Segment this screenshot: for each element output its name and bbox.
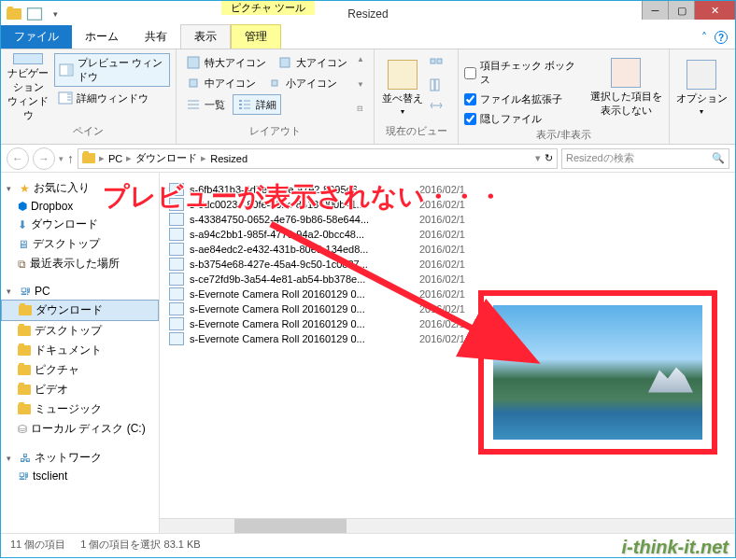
file-date: 2016/02/1 [419, 333, 465, 344]
tab-manage[interactable]: 管理 [231, 24, 281, 49]
svg-rect-23 [435, 79, 439, 91]
image-file-icon [169, 258, 184, 271]
hide-selected-icon [611, 58, 641, 88]
tree-favorites[interactable]: ▾★お気に入り [1, 178, 159, 198]
tab-home[interactable]: ホーム [72, 25, 132, 49]
layout-scroll-up[interactable]: ▲ [357, 55, 368, 63]
group-by-icon[interactable] [429, 57, 444, 72]
preview-pane-button[interactable]: プレビュー ウィンドウ [54, 53, 170, 87]
image-file-icon [169, 273, 184, 286]
file-name: s-43384750-0652-4e76-9b86-58e644... [190, 214, 414, 225]
svg-rect-16 [239, 104, 242, 105]
file-date: 2016/02/1 [419, 259, 465, 270]
tree-tsclient[interactable]: 🖳tsclient [1, 468, 159, 484]
tab-file[interactable]: ファイル [1, 25, 72, 49]
tree-pc-downloads[interactable]: ダウンロード [1, 300, 159, 321]
tab-view[interactable]: 表示 [180, 24, 231, 49]
tree-recent[interactable]: ⧉最近表示した場所 [1, 254, 159, 273]
search-icon: 🔍 [712, 152, 725, 164]
tree-desktop[interactable]: 🖥デスクトップ [1, 234, 159, 254]
hidden-files-toggle[interactable]: 隠しファイル [464, 110, 585, 128]
navigation-pane-button[interactable]: ナビゲーション ウィンドウ [7, 53, 50, 122]
back-button[interactable]: ← [7, 147, 29, 170]
breadcrumb-pc[interactable]: PC [108, 153, 122, 164]
up-button[interactable]: ↑ [67, 151, 74, 166]
titlebar: ▾ ピクチャ ツール Resized ─ ▢ ✕ [1, 1, 735, 27]
small-icon [267, 76, 282, 91]
item-checkbox-toggle[interactable]: 項目チェック ボックス [464, 57, 585, 89]
size-columns-icon[interactable] [429, 98, 444, 113]
add-columns-icon[interactable] [429, 77, 444, 92]
svg-rect-9 [190, 79, 197, 87]
breadcrumb[interactable]: ▸ PC ▸ ダウンロード ▸ Resized ▾ ↻ [78, 148, 558, 169]
forward-button[interactable]: → [33, 147, 55, 170]
desktop-icon [18, 326, 31, 336]
tree-documents[interactable]: ドキュメント [1, 341, 159, 360]
tree-downloads[interactable]: ⬇ダウンロード [1, 215, 159, 234]
qat-icon[interactable] [25, 5, 44, 23]
tree-videos[interactable]: ビデオ [1, 380, 159, 399]
close-button[interactable]: ✕ [694, 1, 735, 20]
file-row[interactable]: s-9dc00234-80fe-40bc-8513-000b41...2016/… [169, 197, 735, 212]
file-row[interactable]: s-6fb431b3-4d7e-4d8e-a7e2-8995d6...2016/… [169, 182, 735, 197]
details-pane-icon [58, 91, 73, 105]
minimize-button[interactable]: ─ [642, 1, 668, 20]
breadcrumb-dropdown[interactable]: ▾ [535, 152, 541, 164]
options-button[interactable]: オプション ▾ [675, 53, 728, 122]
file-list[interactable]: s-6fb431b3-4d7e-4d8e-a7e2-8995d6...2016/… [160, 173, 735, 533]
tree-network[interactable]: ▾🖧ネットワーク [1, 448, 159, 468]
tree-dropbox[interactable]: ⬢Dropbox [1, 198, 159, 215]
layout-medium[interactable]: 中アイコン [182, 74, 260, 92]
tree-pc-desktop[interactable]: デスクトップ [1, 321, 159, 341]
layout-details[interactable]: 詳細 [233, 94, 281, 115]
ribbon-collapse-icon[interactable]: ˄ [701, 31, 707, 44]
tree-music[interactable]: ミュージック [1, 399, 159, 419]
details-pane-button[interactable]: 詳細ウィンドウ [54, 89, 170, 107]
image-file-icon [169, 183, 184, 196]
refresh-button[interactable]: ↻ [545, 152, 553, 164]
maximize-button[interactable]: ▢ [668, 1, 694, 20]
layout-group-label: レイアウト [182, 124, 368, 140]
status-selection: 1 個の項目を選択 83.1 KB [80, 538, 200, 552]
network-icon: 🖧 [20, 452, 31, 465]
file-name: s-a94c2bb1-985f-4776-94a2-0bcc48... [190, 229, 414, 240]
breadcrumb-resized[interactable]: Resized [210, 153, 248, 164]
layout-small[interactable]: 小アイコン [263, 74, 341, 92]
layout-list[interactable]: 一覧 [182, 95, 229, 114]
options-icon [686, 60, 716, 90]
file-row[interactable]: s-43384750-0652-4e76-9b86-58e644...2016/… [169, 212, 735, 227]
tree-pc[interactable]: ▾🖳PC [1, 283, 159, 300]
file-ext-toggle[interactable]: ファイル名拡張子 [464, 91, 585, 108]
tree-local-disk[interactable]: ⛁ローカル ディスク (C:) [1, 419, 159, 439]
file-row[interactable]: s-a94c2bb1-985f-4776-94a2-0bcc48...2016/… [169, 227, 735, 242]
svg-rect-2 [67, 65, 72, 75]
help-icon[interactable]: ? [715, 31, 728, 44]
tree-pictures[interactable]: ピクチャ [1, 360, 159, 380]
recent-locations-button[interactable]: ▾ [59, 154, 64, 163]
file-name: s-b3754e68-427e-45a4-9c50-1c0837... [190, 259, 414, 270]
extra-large-icon [186, 55, 201, 70]
file-row[interactable]: s-b3754e68-427e-45a4-9c50-1c0837...2016/… [169, 257, 735, 272]
layout-more[interactable]: ⊟ [357, 105, 368, 113]
navigation-tree[interactable]: ▾★お気に入り ⬢Dropbox ⬇ダウンロード 🖥デスクトップ ⧉最近表示した… [1, 173, 160, 533]
hide-selected-button[interactable]: 選択した項目を 表示しない [588, 53, 663, 122]
qat-dropdown[interactable]: ▾ [46, 5, 64, 23]
picture-tools-tab: ピクチャ ツール [221, 1, 315, 15]
file-date: 2016/02/1 [419, 244, 465, 255]
file-row[interactable]: s-ae84edc2-e432-431b-80e0-134ed8...2016/… [169, 242, 735, 257]
list-icon [186, 97, 201, 112]
image-file-icon [169, 243, 184, 256]
layout-extra-large[interactable]: 特大アイコン [182, 53, 270, 72]
breadcrumb-downloads[interactable]: ダウンロード [135, 151, 197, 165]
search-input[interactable]: Resizedの検索 🔍 [561, 148, 729, 169]
horizontal-scrollbar[interactable] [160, 518, 735, 533]
layout-large[interactable]: 大アイコン [274, 53, 351, 72]
sort-button[interactable]: 並べ替え ▾ [380, 53, 425, 122]
tab-share[interactable]: 共有 [132, 25, 180, 49]
layout-scroll-down[interactable]: ▼ [357, 80, 368, 89]
file-row[interactable]: s-ce72fd9b-3a54-4e81-ab54-bb378e...2016/… [169, 272, 735, 287]
music-icon [18, 404, 31, 414]
folder-icon [82, 153, 95, 163]
file-name: s-ae84edc2-e432-431b-80e0-134ed8... [190, 244, 414, 255]
svg-rect-21 [437, 59, 442, 63]
